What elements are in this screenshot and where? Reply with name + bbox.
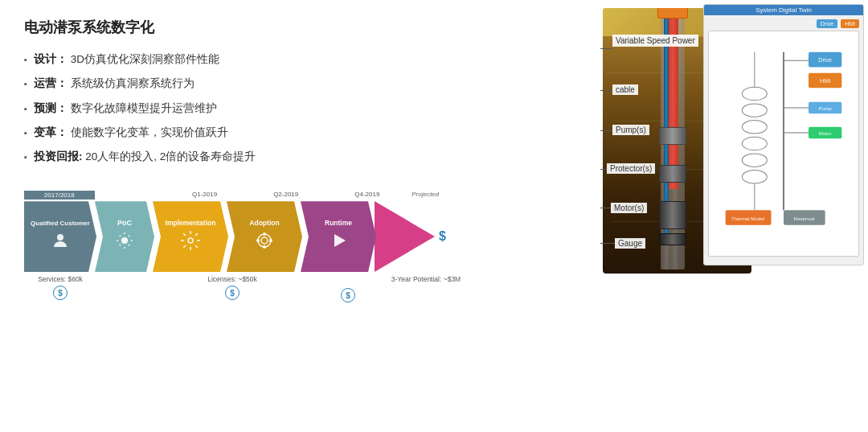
svg-point-5 xyxy=(263,232,266,236)
connector-motor xyxy=(600,208,611,208)
dollar-btn-services: $ xyxy=(53,286,68,300)
dt-top-row: Drive HMI xyxy=(708,19,859,28)
bullet-key: 预测： xyxy=(34,102,68,114)
dt-hmi-label: HMI xyxy=(841,19,859,28)
list-item: ▪ 变革： 使能数字化变革，实现价值跃升 xyxy=(24,125,474,141)
esp-label-cable: cable xyxy=(612,84,638,95)
bullet-marker: ▪ xyxy=(24,150,27,164)
esp-label-motor: Motor(s) xyxy=(611,203,647,213)
timeline-dates-row: 2017/2018 Q1-2019 Q2-2019 Q4-2019 Projec… xyxy=(24,191,474,200)
esp-label-vsp: Variable Speed Power xyxy=(612,35,698,47)
bullet-marker: ▪ xyxy=(24,77,27,91)
svg-point-8 xyxy=(269,239,272,242)
svg-point-25 xyxy=(742,137,767,150)
timeline-block-projected: $ xyxy=(375,201,451,272)
licenses-label: Licenses: ~$50k xyxy=(156,275,309,283)
block-icon-adoption xyxy=(254,230,275,254)
svg-point-7 xyxy=(256,239,260,242)
services-label: Services: $60k xyxy=(24,275,96,283)
dollar-btn-runtime: $ xyxy=(341,288,355,302)
bullet-key: 设计： xyxy=(34,53,68,65)
bullet-key: 运营： xyxy=(34,77,68,89)
digital-twin-title: System Digital Twin xyxy=(704,5,863,15)
dollar-indicator-runtime: $ xyxy=(310,288,386,302)
timeline-section: 2017/2018 Q1-2019 Q2-2019 Q4-2019 Projec… xyxy=(24,191,474,311)
esp-gauge-component xyxy=(659,233,686,245)
bullet-list: ▪ 设计： 3D仿真优化深刻洞察部件性能 ▪ 运营： 系统级仿真洞察系统行为 ▪… xyxy=(24,51,474,173)
list-item: ▪ 预测： 数字化故障模型提升运营维护 xyxy=(24,101,474,117)
bullet-value: 系统级仿真洞察系统行为 xyxy=(71,77,194,89)
connector-pump xyxy=(600,130,612,131)
esp-motor-component xyxy=(659,201,686,229)
bullet-key: 投资回报: xyxy=(34,150,83,163)
svg-marker-9 xyxy=(334,234,346,247)
svg-point-27 xyxy=(742,171,767,184)
services-label-area: Services: $60k $ xyxy=(24,275,96,300)
dollar-indicator-services: $ xyxy=(24,286,96,300)
date-label-q1: Q1-2019 xyxy=(168,191,241,200)
esp-label-protector: Protector(s) xyxy=(607,163,655,174)
date-label-q2: Q2-2019 xyxy=(249,191,322,200)
dollar-icon: $ xyxy=(439,229,446,244)
block-label-runtime: Runtime xyxy=(325,219,352,227)
svg-point-6 xyxy=(263,245,266,249)
timeline-block-qualified: Qualified Customer xyxy=(24,201,96,272)
projected-label: Projected xyxy=(411,191,474,200)
bullet-marker: ▪ xyxy=(24,53,27,67)
date-label-2017: 2017/2018 xyxy=(24,191,95,200)
dollar-btn-licenses: $ xyxy=(225,286,240,300)
bullet-text: 投资回报: 20人年的投入, 2倍的设备寿命提升 xyxy=(34,149,256,165)
potential-label-area: 3-Year Potential: ~$3M xyxy=(386,275,462,284)
svg-text:HMI: HMI xyxy=(820,77,830,84)
list-item: ▪ 运营： 系统级仿真洞察系统行为 xyxy=(24,76,474,92)
esp-label-pump: Pump(s) xyxy=(612,125,649,135)
block-icon-qualified xyxy=(51,231,70,254)
block-icon-impl xyxy=(180,230,201,254)
dollar-indicator-licenses: $ xyxy=(156,286,309,300)
svg-text:Thermal Model: Thermal Model xyxy=(731,216,764,221)
digital-twin-container: System Digital Twin Drive HMI Dri xyxy=(703,4,864,265)
list-item: ▪ 设计： 3D仿真优化深刻洞察部件性能 xyxy=(24,51,474,68)
digital-twin-content: Drive HMI Drive HMI xyxy=(704,15,863,261)
bullet-text: 设计： 3D仿真优化深刻洞察部件性能 xyxy=(34,51,219,68)
block-label-poc: PoC xyxy=(117,219,132,228)
esp-protector-component xyxy=(659,165,686,183)
esp-pump-component xyxy=(659,127,686,145)
block-label-adoption: Adoption xyxy=(249,219,279,227)
licenses-label-area: Licenses: ~$50k $ xyxy=(156,275,309,300)
block-label-qualified: Qualified Customer xyxy=(31,220,90,228)
potential-label: 3-Year Potential: ~$3M xyxy=(390,275,462,284)
block-icon-poc xyxy=(115,231,134,254)
projected-arrow xyxy=(375,201,435,272)
svg-point-2 xyxy=(188,238,193,243)
timeline-block-runtime: Runtime xyxy=(301,201,376,272)
projected-dollar-area: $ xyxy=(439,229,446,244)
bullet-text: 预测： 数字化故障模型提升运营维护 xyxy=(34,101,217,117)
main-container: 电动潜泵系统数字化 ▪ 设计： 3D仿真优化深刻洞察部件性能 ▪ 运营： 系统级… xyxy=(0,0,868,432)
svg-text:Drive: Drive xyxy=(818,56,832,64)
timeline-block-poc: PoC xyxy=(95,201,154,272)
svg-point-0 xyxy=(57,234,63,241)
timeline-below-row: Services: $60k $ Licenses: ~$50k $ xyxy=(24,275,474,311)
page-title: 电动潜泵系统数字化 xyxy=(24,18,474,37)
bullet-value: 3D仿真优化深刻洞察部件性能 xyxy=(71,53,219,65)
svg-point-22 xyxy=(742,87,767,101)
svg-text:Reservoir: Reservoir xyxy=(794,216,815,221)
connector-cable xyxy=(600,90,612,91)
dt-drive-label: Drive xyxy=(817,19,837,28)
block-label-impl: Implementation xyxy=(166,219,216,227)
svg-text:Pump: Pump xyxy=(819,105,833,111)
svg-point-23 xyxy=(742,104,767,117)
bullet-marker: ▪ xyxy=(24,126,27,140)
svg-point-3 xyxy=(258,234,271,247)
bullet-key: 变革： xyxy=(34,126,68,138)
bullet-value: 20人年的投入, 2倍的设备寿命提升 xyxy=(85,150,256,163)
date-label-q4: Q4-2019 xyxy=(330,191,403,200)
esp-label-gauge: Gauge xyxy=(615,238,645,249)
timeline-block-adoption: Adoption xyxy=(227,201,302,272)
block-icon-runtime xyxy=(328,230,349,254)
svg-point-4 xyxy=(261,237,268,244)
svg-point-24 xyxy=(742,121,767,134)
svg-point-1 xyxy=(121,237,128,244)
dt-schematic-area: Drive HMI Pump Motor xyxy=(708,31,859,257)
